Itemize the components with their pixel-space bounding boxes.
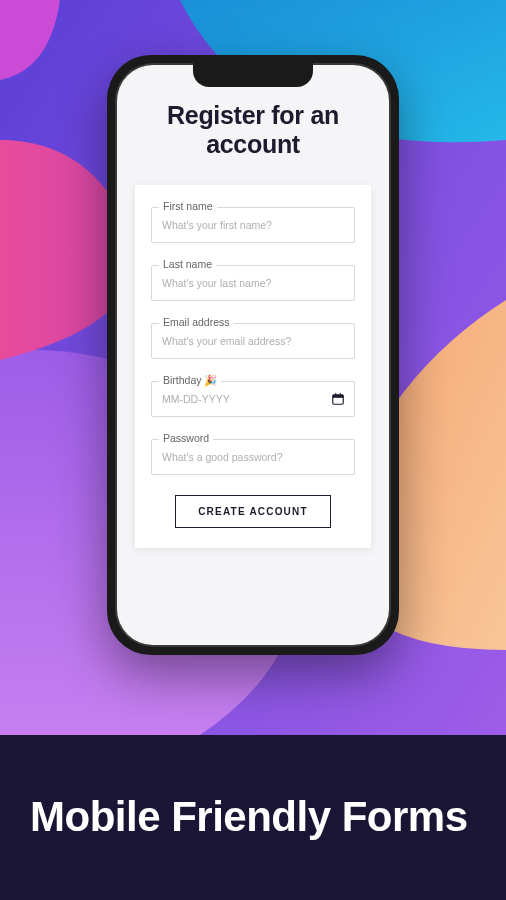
email-input[interactable] — [151, 323, 355, 359]
phone-mockup: Register for an account First name Last … — [107, 55, 399, 655]
password-input[interactable] — [151, 439, 355, 475]
caption-bar: Mobile Friendly Forms — [0, 735, 506, 900]
register-form: First name Last name Email address Birth… — [135, 185, 371, 548]
first-name-field-group: First name — [151, 207, 355, 243]
first-name-label: First name — [159, 200, 217, 212]
birthday-label: Birthday 🎉 — [159, 374, 221, 387]
create-account-button[interactable]: CREATE ACCOUNT — [175, 495, 331, 528]
password-field-group: Password — [151, 439, 355, 475]
phone-screen: Register for an account First name Last … — [117, 65, 389, 645]
page-title: Register for an account — [135, 101, 371, 159]
email-field-group: Email address — [151, 323, 355, 359]
birthday-field-group: Birthday 🎉 — [151, 381, 355, 417]
password-label: Password — [159, 432, 213, 444]
last-name-label: Last name — [159, 258, 216, 270]
first-name-input[interactable] — [151, 207, 355, 243]
email-label: Email address — [159, 316, 234, 328]
phone-notch — [193, 63, 313, 87]
last-name-input[interactable] — [151, 265, 355, 301]
caption-text: Mobile Friendly Forms — [30, 794, 468, 840]
last-name-field-group: Last name — [151, 265, 355, 301]
